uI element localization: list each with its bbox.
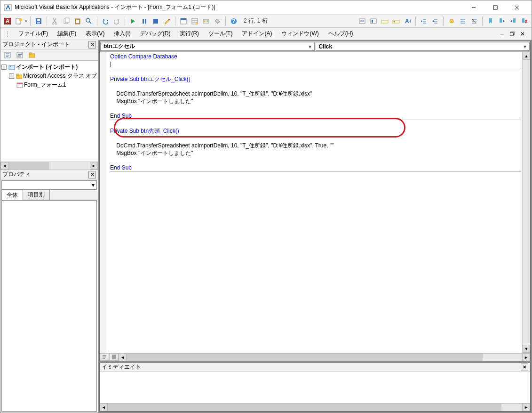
breakpoint-icon[interactable] (446, 16, 457, 26)
menu-window[interactable]: ウィンドウ(W) (278, 29, 322, 39)
app-icon (4, 4, 12, 11)
quick-info-icon[interactable] (380, 16, 390, 26)
svg-rect-25 (181, 18, 186, 20)
mdi-close-button[interactable]: ✕ (518, 30, 527, 38)
menu-view[interactable]: 表示(V) (82, 29, 108, 39)
code-margin[interactable] (100, 52, 106, 353)
mdi-restore-button[interactable] (508, 30, 516, 38)
cut-icon[interactable] (50, 16, 60, 26)
view-code-icon[interactable] (2, 50, 13, 60)
break-icon[interactable] (139, 16, 150, 26)
insert-module-icon[interactable] (14, 16, 24, 26)
access-icon[interactable]: A (2, 16, 13, 26)
cursor-position: 2 行, 1 桁 (244, 17, 268, 25)
properties-grid[interactable] (1, 200, 97, 412)
code-vscroll[interactable]: ▲▼ (522, 52, 530, 353)
design-mode-icon[interactable] (162, 16, 172, 26)
clear-bookmarks-icon[interactable] (519, 16, 530, 26)
project-root[interactable]: インポート (インポート) (16, 63, 78, 71)
code-hscroll[interactable]: ◄► (119, 353, 530, 361)
svg-rect-23 (168, 19, 170, 20)
svg-rect-20 (143, 19, 144, 24)
menu-run[interactable]: 実行(R) (176, 29, 203, 39)
svg-rect-73 (29, 53, 32, 54)
properties-tab-categorized[interactable]: 項目別 (23, 189, 50, 200)
svg-rect-60 (522, 18, 524, 23)
menu-addins[interactable]: アドイン(A) (238, 29, 276, 39)
svg-point-18 (86, 18, 90, 22)
svg-point-41 (394, 21, 395, 22)
undo-icon[interactable] (100, 16, 111, 26)
immediate-hscroll[interactable]: ◄► (100, 403, 530, 411)
project-folder[interactable]: Microsoft Access クラス オブ (23, 72, 97, 80)
code-editor[interactable]: Option Compare Database | Private Sub bt… (106, 52, 522, 353)
procedure-view-button[interactable] (100, 353, 109, 361)
redo-icon[interactable] (111, 16, 122, 26)
menu-bar: ⋮ ファイル(F) 編集(E) 表示(V) 挿入(I) デバッグ(D) 実行(R… (0, 28, 532, 40)
svg-rect-21 (145, 19, 146, 24)
menu-grip-icon: ⋮ (2, 29, 13, 39)
menu-edit[interactable]: 編集(E) (54, 29, 80, 39)
svg-rect-77 (16, 74, 19, 75)
parameter-info-icon[interactable] (391, 16, 401, 26)
properties-tab-all[interactable]: 全体 (1, 190, 23, 200)
complete-word-icon[interactable]: A+ (402, 16, 413, 26)
help-icon[interactable]: ? (229, 16, 239, 26)
svg-line-19 (89, 22, 91, 24)
menu-file[interactable]: ファイル(F) (15, 29, 52, 39)
maximize-button[interactable] (484, 0, 506, 15)
svg-rect-70 (18, 54, 22, 55)
list-constants-icon[interactable] (368, 16, 379, 26)
svg-rect-58 (500, 18, 502, 23)
full-module-view-button[interactable] (109, 353, 119, 361)
indent-icon[interactable] (419, 16, 429, 26)
immediate-text[interactable] (100, 372, 530, 403)
object-browser-icon[interactable] (201, 16, 211, 26)
procedure-combo[interactable]: Click▾ (316, 42, 530, 51)
svg-rect-10 (37, 19, 40, 21)
find-icon[interactable] (84, 16, 94, 26)
close-button[interactable] (506, 0, 528, 15)
properties-object-combo[interactable]: ▾ (1, 180, 97, 190)
next-bookmark-icon[interactable] (497, 16, 507, 26)
list-properties-icon[interactable] (357, 16, 367, 26)
reset-icon[interactable] (151, 16, 161, 26)
code-window: btnエクセル▾ Click▾ Option Compare Database … (99, 41, 531, 361)
save-icon[interactable] (33, 16, 44, 26)
immediate-close[interactable]: ✕ (521, 364, 528, 371)
project-hscroll[interactable]: ◄► (0, 162, 98, 170)
menu-insert[interactable]: 挿入(I) (110, 29, 134, 39)
svg-rect-74 (9, 65, 15, 70)
project-explorer-icon[interactable] (178, 16, 189, 26)
svg-rect-71 (18, 56, 20, 57)
project-explorer: プロジェクト - インポート ✕ − インポート (インポート) − Micro… (0, 40, 98, 170)
main-toolbar: A ▾ ? 2 行, 1 桁 A+ (0, 15, 532, 28)
bookmark-toggle-icon[interactable] (485, 16, 496, 26)
copy-icon[interactable] (61, 16, 71, 26)
properties-pane: プロパティ ✕ ▾ 全体 項目別 (0, 170, 98, 413)
immediate-window: イミディエイト ✕ ◄► (99, 362, 531, 412)
project-pane-close[interactable]: ✕ (88, 41, 96, 49)
properties-icon[interactable] (190, 16, 200, 26)
svg-rect-37 (371, 19, 376, 24)
toggle-folders-icon[interactable] (27, 50, 37, 60)
svg-rect-11 (37, 22, 40, 24)
toolbox-icon[interactable] (212, 16, 222, 26)
run-icon[interactable] (128, 16, 138, 26)
prev-bookmark-icon[interactable] (508, 16, 518, 26)
project-item[interactable]: Form_フォーム1 (24, 81, 66, 89)
menu-help[interactable]: ヘルプ(H) (325, 29, 357, 39)
properties-pane-close[interactable]: ✕ (88, 171, 96, 178)
menu-debug[interactable]: デバッグ(D) (136, 29, 175, 39)
menu-tools[interactable]: ツール(T) (205, 29, 236, 39)
outdent-icon[interactable] (430, 16, 440, 26)
paste-icon[interactable] (72, 16, 83, 26)
comment-block-icon[interactable] (458, 16, 468, 26)
uncomment-block-icon[interactable] (469, 16, 479, 26)
svg-text:A: A (6, 18, 10, 24)
minimize-button[interactable] (463, 0, 484, 15)
object-combo[interactable]: btnエクセル▾ (100, 42, 315, 51)
view-object-icon[interactable] (15, 50, 25, 60)
mdi-minimize-button[interactable]: – (498, 30, 506, 38)
project-tree[interactable]: − インポート (インポート) − Microsoft Access クラス オ… (0, 61, 98, 162)
